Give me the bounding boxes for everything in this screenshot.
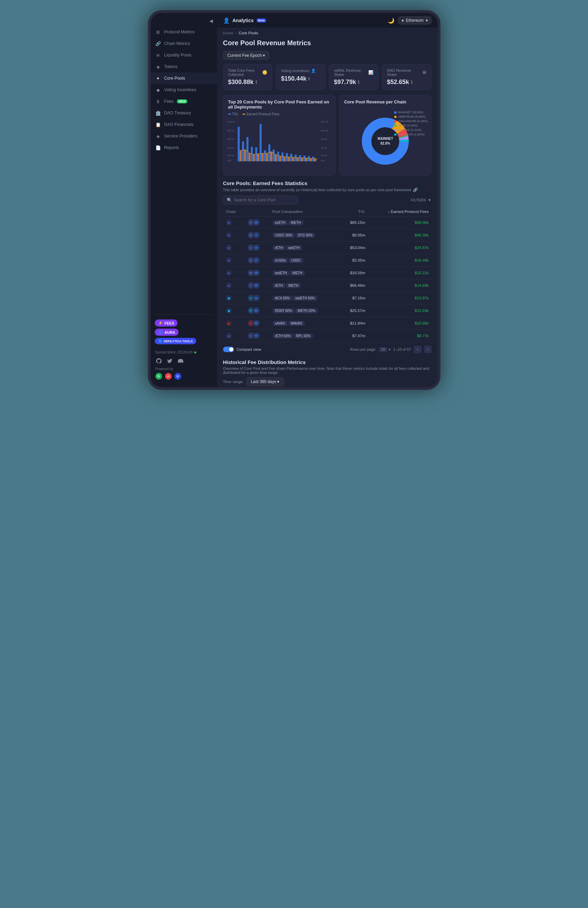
composition-cell-8: sAVAXWAVAX (270, 317, 340, 330)
token-badge: USDC 50% (273, 233, 295, 238)
protocol-metrics-label: Protocol Metrics (164, 30, 195, 34)
epoch-selector[interactable]: Current Fee Epoch ▾ (223, 51, 270, 60)
chain-icon-1: ♦ (226, 232, 232, 238)
prev-page-btn[interactable]: ‹ (414, 346, 421, 353)
pool-icon-b-1: S (253, 231, 260, 239)
sidebar-item-protocol-metrics[interactable]: ⊞ Protocol Metrics (151, 26, 217, 38)
token-badge: RPL 50% (294, 333, 313, 338)
rows-per-page-value[interactable]: 10 (379, 347, 387, 352)
dark-mode-toggle[interactable]: 🌙 (388, 17, 395, 24)
toggle-switch[interactable] (223, 347, 234, 352)
info-icon-1[interactable]: ℹ (308, 76, 310, 81)
svg-rect-20 (242, 142, 244, 161)
token-badge: WAVAX (288, 321, 305, 326)
token-badge: WETH (290, 270, 305, 275)
pool-icons-cell-3: s U (244, 254, 270, 267)
pool-icon-b-6: w (253, 294, 260, 302)
chain-icon-6: ◆ (226, 295, 232, 301)
token-badge: sAVAX (273, 321, 288, 326)
reports-icon: 📄 (156, 145, 161, 150)
table-row: ♦ r w rETHweETH $53.04m $24.87k (223, 241, 432, 254)
aura-badge[interactable]: 🌀 AURA (155, 328, 179, 336)
partner-logo-3: D (175, 373, 181, 380)
github-icon[interactable] (156, 357, 162, 364)
sidebar-item-dao-financials[interactable]: 📋 DAO Financials (151, 119, 217, 130)
fees-cell-3: $16.49k (368, 254, 432, 267)
app-title: 👤 Analytics Beta (223, 17, 267, 24)
pool-icons-cell-0: e W (244, 216, 270, 229)
svg-rect-34 (272, 150, 275, 161)
token-badge: WETH (288, 220, 303, 225)
fees-cell-9: $8.77k (368, 330, 432, 342)
time-range-selector[interactable]: Last 365 days ▾ (246, 377, 284, 386)
compact-view-toggle[interactable]: Compact view (223, 347, 261, 352)
info-icon-0[interactable]: ℹ (255, 80, 257, 85)
svg-rect-25 (253, 155, 255, 162)
chain-selector[interactable]: ♦ Ethereum ▾ (398, 16, 431, 24)
fees-cell-0: $58.06k (368, 216, 432, 229)
table-section-title: Core Pools: Earned Fees Statistics (223, 180, 432, 186)
reports-label: Reports (164, 145, 179, 150)
token-badge: wstETH 50% (293, 296, 317, 301)
svg-text:MAINNET: MAINNET (378, 137, 393, 140)
sidebar-item-voting-incentives[interactable]: ◆ Voting Incentives (151, 84, 217, 96)
sidebar-item-chain-metrics[interactable]: 🔗 Chain Metrics (151, 38, 217, 49)
pagination: Rows per page: 10 ▾ 1–10 of 57 ‹ › (350, 346, 431, 353)
partner-logos: B A D (156, 373, 212, 380)
sidebar-item-tokens[interactable]: ◈ Tokens (151, 61, 217, 72)
composition-cell-6: ACX 50%wstETH 50% (270, 292, 340, 304)
fees-badge[interactable]: ⚡ FEES (155, 319, 178, 327)
sidebar-item-liquidity-pools[interactable]: ≋ Liquidity Pools (151, 49, 217, 61)
stat-label-1: Voting Incentives 👤 (281, 68, 320, 73)
bar-chart-card: Top 20 Core Pools by Core Pool Fees Earn… (223, 95, 336, 175)
sidebar-toggle[interactable]: ◀ (151, 17, 217, 26)
info-icon-2[interactable]: ℹ (358, 80, 360, 85)
chain-icon-0: ♦ (226, 219, 232, 225)
rows-dropdown-icon[interactable]: ▾ (389, 347, 391, 352)
discord-icon[interactable] (177, 357, 184, 364)
dao-treasury-icon: 🏦 (156, 110, 161, 116)
donut-label-base: BASE (0.55%) (394, 124, 427, 127)
defi-badge[interactable]: 🔷 DEFILYTICA TOOLS (155, 338, 196, 344)
chain-icon-4: ♦ (226, 270, 232, 276)
filters-button[interactable]: FILTERS ▼ (411, 198, 431, 202)
core-pools-label: Core Pools (164, 76, 185, 80)
chain-cell-7: ◆ (223, 304, 244, 317)
tvl-cell-6: $7.15m (340, 292, 368, 304)
svg-text:$40.0m: $40.0m (227, 147, 234, 149)
sidebar-item-reports[interactable]: 📄 Reports (151, 142, 217, 153)
sidebar-item-fees[interactable]: $ Fees NEW (151, 96, 217, 107)
chain-cell-9: ♦ (223, 330, 244, 342)
fees-cell-2: $24.87k (368, 241, 432, 254)
search-row: 🔍 FILTERS ▼ (223, 196, 432, 204)
token-badge: sUSDe (273, 258, 288, 263)
search-input[interactable] (234, 198, 294, 203)
time-range-row: Time range: Last 365 days ▾ (223, 377, 432, 386)
sidebar-item-core-pools[interactable]: ✦ Core Pools (151, 72, 217, 84)
tvl-cell-1: $9.05m (340, 229, 368, 241)
donut-chart-body: MAINNET 82.8% MAINNET (82.8%)ARBITRUM (8… (339, 107, 431, 175)
col-fees: ↓ Earned Protocol Fees (368, 207, 432, 216)
link-icon[interactable]: 🔗 (413, 187, 418, 192)
svg-rect-33 (270, 152, 272, 161)
twitter-icon[interactable] (166, 357, 173, 364)
service-providers-icon: ◈ (156, 134, 161, 139)
sidebar-item-service-providers[interactable]: ◈ Service Providers (151, 130, 217, 142)
stat-icon-2: 📊 (368, 70, 373, 75)
next-page-btn[interactable]: › (424, 346, 432, 353)
info-icon-3[interactable]: ℹ (411, 80, 413, 85)
svg-rect-53 (314, 159, 316, 161)
donut-label-arbitrum: ARBITRUM (8.09%) (394, 115, 427, 118)
pool-icon-b-0: W (253, 219, 260, 226)
composition-cell-7: RDNT 60%WETH 20% (270, 304, 340, 317)
donut-chart-title: Core Pool Revenue per Chain (339, 95, 431, 107)
svg-text:$60.0m: $60.0m (227, 138, 234, 140)
tvl-cell-0: $89.15m (340, 216, 368, 229)
collapse-icon[interactable]: ◀ (209, 18, 213, 24)
breadcrumb-home[interactable]: Home (223, 31, 234, 35)
sidebar-item-dao-treasury[interactable]: 🏦 DAO Treasury (151, 107, 217, 119)
svg-rect-41 (288, 157, 290, 161)
search-icon: 🔍 (227, 198, 232, 203)
stat-card-2: veBAL Revenue Share 📊 $97.79k ℹ (329, 64, 379, 90)
pool-icons-cell-6: A w (244, 292, 270, 304)
